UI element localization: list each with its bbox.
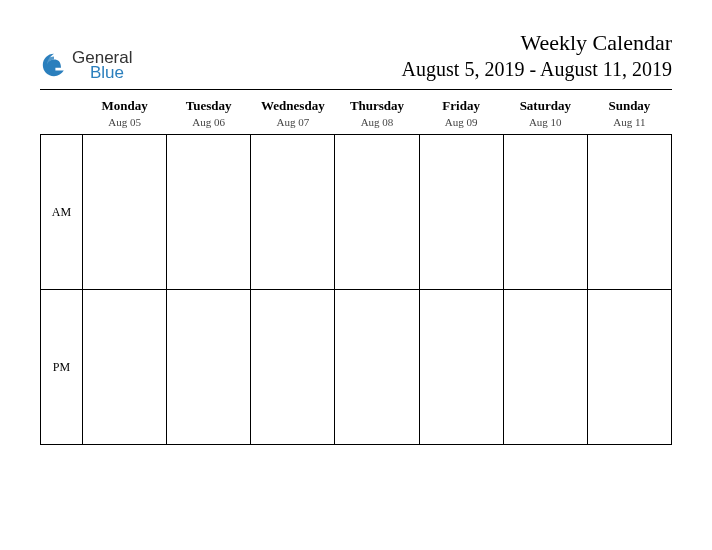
- day-date-row: Aug 05 Aug 06 Aug 07 Aug 08 Aug 09 Aug 1…: [41, 116, 672, 135]
- calendar-page: General Blue Weekly Calendar August 5, 2…: [0, 0, 712, 485]
- day-date: Aug 11: [587, 116, 671, 135]
- title-block: Weekly Calendar August 5, 2019 - August …: [402, 30, 672, 81]
- weekly-calendar-table: Monday Tuesday Wednesday Thursday Friday…: [40, 90, 672, 445]
- cell-am-sun[interactable]: [587, 135, 671, 290]
- date-range: August 5, 2019 - August 11, 2019: [402, 58, 672, 81]
- calendar-container: Monday Tuesday Wednesday Thursday Friday…: [40, 89, 672, 445]
- logo-mark-icon: [40, 51, 68, 79]
- day-date: Aug 06: [167, 116, 251, 135]
- cell-pm-sun[interactable]: [587, 290, 671, 445]
- day-date: Aug 09: [419, 116, 503, 135]
- logo-word-2: Blue: [90, 64, 132, 81]
- day-date: Aug 05: [83, 116, 167, 135]
- corner-cell: [41, 116, 83, 135]
- cell-am-fri[interactable]: [419, 135, 503, 290]
- cell-pm-thu[interactable]: [335, 290, 419, 445]
- day-date: Aug 07: [251, 116, 335, 135]
- day-header: Sunday: [587, 90, 671, 116]
- cell-am-sat[interactable]: [503, 135, 587, 290]
- day-name-row: Monday Tuesday Wednesday Thursday Friday…: [41, 90, 672, 116]
- period-label-am: AM: [41, 135, 83, 290]
- day-header: Monday: [83, 90, 167, 116]
- cell-pm-fri[interactable]: [419, 290, 503, 445]
- logo-text: General Blue: [72, 49, 132, 81]
- corner-cell: [41, 90, 83, 116]
- day-header: Saturday: [503, 90, 587, 116]
- cell-pm-sat[interactable]: [503, 290, 587, 445]
- cell-pm-wed[interactable]: [251, 290, 335, 445]
- cell-pm-tue[interactable]: [167, 290, 251, 445]
- cell-am-mon[interactable]: [83, 135, 167, 290]
- cell-pm-mon[interactable]: [83, 290, 167, 445]
- page-title: Weekly Calendar: [402, 30, 672, 56]
- day-header: Friday: [419, 90, 503, 116]
- cell-am-tue[interactable]: [167, 135, 251, 290]
- day-date: Aug 10: [503, 116, 587, 135]
- am-row: AM: [41, 135, 672, 290]
- day-header: Wednesday: [251, 90, 335, 116]
- logo: General Blue: [40, 41, 132, 81]
- page-header: General Blue Weekly Calendar August 5, 2…: [40, 30, 672, 81]
- period-label-pm: PM: [41, 290, 83, 445]
- day-header: Thursday: [335, 90, 419, 116]
- day-header: Tuesday: [167, 90, 251, 116]
- day-date: Aug 08: [335, 116, 419, 135]
- cell-am-thu[interactable]: [335, 135, 419, 290]
- pm-row: PM: [41, 290, 672, 445]
- cell-am-wed[interactable]: [251, 135, 335, 290]
